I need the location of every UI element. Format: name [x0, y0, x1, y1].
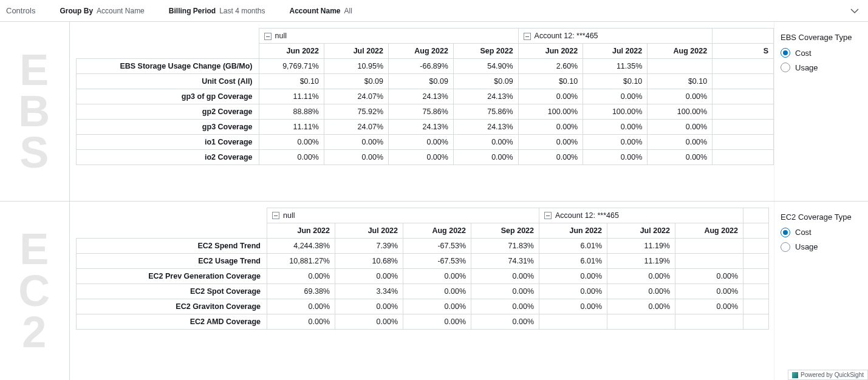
cell: 0.00% [583, 89, 648, 104]
cell: 0.00% [583, 120, 648, 135]
row-label: EBS Storage Usage Change (GB/Mo) [77, 59, 259, 74]
radio-icon [781, 48, 790, 58]
cell: 0.00% [403, 283, 471, 299]
chevron-down-icon[interactable] [850, 6, 859, 18]
cell: 10.68% [335, 253, 403, 268]
ebs-pivot-table[interactable]: null Account 12: ***465 Jun 2022 Jul 202… [76, 28, 774, 165]
rail-ec2-label: E C 2 [18, 228, 50, 353]
row-label: EC2 Prev Generation Coverage [77, 268, 267, 283]
cell: 24.13% [453, 89, 518, 104]
cell [648, 59, 713, 74]
cell: 0.00% [335, 314, 403, 329]
cell: 0.00% [607, 283, 675, 299]
cell: 0.00% [389, 150, 454, 165]
cell: 0.00% [675, 283, 743, 299]
cell [713, 74, 774, 89]
collapse-icon[interactable] [272, 212, 279, 219]
cell: $0.09 [453, 74, 518, 89]
radio-usage[interactable]: Usage [781, 242, 862, 252]
radio-usage[interactable]: Usage [781, 63, 862, 72]
control-group-by[interactable]: Group By Account Name [60, 7, 144, 15]
radio-icon [781, 63, 790, 72]
group-account-12[interactable]: Account 12: ***465 [539, 208, 743, 223]
control-value: Account Name [97, 7, 145, 15]
table-row: io1 Coverage0.00%0.00%0.00%0.00%0.00%0.0… [77, 135, 774, 150]
group-null[interactable]: null [267, 208, 539, 223]
col-header[interactable]: Jun 2022 [518, 44, 583, 59]
cell: 0.00% [518, 135, 583, 150]
ec2-pivot-table[interactable]: null Account 12: ***465 Jun 2022 Jul 202… [76, 208, 769, 330]
cell [675, 253, 743, 268]
cell: 10,881.27% [267, 253, 335, 268]
control-account-name[interactable]: Account Name All [290, 7, 352, 15]
col-header[interactable]: Jun 2022 [259, 44, 324, 59]
cell: 0.00% [648, 120, 713, 135]
cell: 0.00% [539, 299, 607, 314]
cell: 6.01% [539, 238, 607, 253]
cell: 0.00% [675, 268, 743, 283]
cell: 0.00% [453, 135, 518, 150]
left-rail: E B S E C 2 [0, 22, 70, 380]
col-header[interactable]: Aug 2022 [403, 223, 471, 238]
cell: 100.00% [648, 104, 713, 120]
col-header[interactable]: Aug 2022 [675, 223, 743, 238]
col-header[interactable]: S [713, 44, 774, 59]
cell: 11.11% [259, 120, 324, 135]
col-header[interactable]: Jul 2022 [607, 223, 675, 238]
group-null[interactable]: null [259, 29, 518, 44]
row-label: gp2 Coverage [77, 104, 259, 120]
group-account-12[interactable]: Account 12: ***465 [518, 29, 713, 44]
cell [713, 120, 774, 135]
table-row: EBS Storage Usage Change (GB/Mo)9,769.71… [77, 59, 774, 74]
cell: 11.19% [607, 253, 675, 268]
cell: $0.10 [583, 74, 648, 89]
cell: -67.53% [403, 253, 471, 268]
cell: $0.09 [389, 74, 454, 89]
cell: 0.00% [518, 89, 583, 104]
col-header[interactable]: Jul 2022 [335, 223, 403, 238]
col-header[interactable]: Jun 2022 [267, 223, 335, 238]
radio-cost[interactable]: Cost [781, 48, 862, 58]
cell: 9,769.71% [259, 59, 324, 74]
cell: $0.10 [648, 74, 713, 89]
collapse-icon[interactable] [264, 33, 272, 40]
cell: $0.10 [518, 74, 583, 89]
table-row: gp3 Coverage11.11%24.07%24.13%24.13%0.00… [77, 120, 774, 135]
table-row: EC2 AMD Coverage0.00%0.00%0.00%0.00% [77, 314, 769, 329]
row-label: EC2 Spend Trend [77, 238, 267, 253]
cell: 0.00% [539, 268, 607, 283]
cell [675, 238, 743, 253]
powered-by-quicksight[interactable]: Powered by QuickSight [788, 370, 868, 380]
cell: 0.00% [267, 299, 335, 314]
cell: 0.00% [324, 135, 388, 150]
cell: 4,244.38% [267, 238, 335, 253]
rail-ebs: E B S [0, 22, 69, 202]
cell [713, 59, 774, 74]
cell: 0.00% [389, 135, 454, 150]
cell: 71.83% [471, 238, 539, 253]
radio-cost[interactable]: Cost [781, 228, 862, 237]
cell: 24.07% [324, 120, 388, 135]
cell: 0.00% [518, 120, 583, 135]
table-row: EC2 Prev Generation Coverage0.00%0.00%0.… [77, 268, 769, 283]
cell: 24.07% [324, 89, 388, 104]
col-header[interactable]: Jul 2022 [324, 44, 388, 59]
col-header[interactable]: Sep 2022 [453, 44, 518, 59]
cell [713, 135, 774, 150]
cell: 75.92% [324, 104, 388, 120]
cell: 10.95% [324, 59, 388, 74]
control-billing-period[interactable]: Billing Period Last 4 months [169, 7, 265, 15]
cell: 0.00% [648, 89, 713, 104]
col-header[interactable]: Sep 2022 [471, 223, 539, 238]
col-header[interactable]: Jul 2022 [583, 44, 648, 59]
col-header[interactable]: Jun 2022 [539, 223, 607, 238]
cell: 0.00% [675, 299, 743, 314]
cell: 0.00% [648, 135, 713, 150]
collapse-icon[interactable] [544, 212, 552, 219]
cell [743, 314, 769, 329]
collapse-icon[interactable] [524, 33, 531, 40]
col-header[interactable]: Aug 2022 [648, 44, 713, 59]
col-header[interactable]: Aug 2022 [389, 44, 454, 59]
row-label: gp3 of gp Coverage [77, 89, 259, 104]
rail-ebs-label: E B S [18, 49, 50, 174]
